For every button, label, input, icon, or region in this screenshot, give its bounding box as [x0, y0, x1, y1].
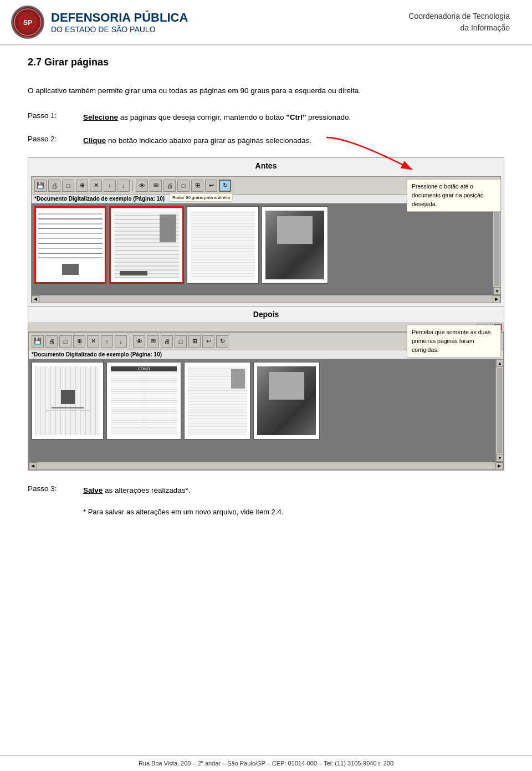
page4-detail [277, 216, 313, 244]
after-scroll-up[interactable]: ▲ [496, 359, 504, 367]
org-name-main: DEFENSORIA PÚBLICA [51, 11, 188, 25]
scroll-down-btn[interactable]: ▼ [493, 287, 501, 295]
step1-ctrl: "Ctrl" [286, 113, 306, 121]
after-scroll-left[interactable]: ◀ [29, 462, 37, 470]
scroll-thumb[interactable] [494, 212, 499, 286]
step3-action: Salve [83, 486, 103, 494]
page4-content [265, 211, 324, 279]
before-screenshot-container: Antes Pressione o botão até o documento … [28, 157, 504, 307]
after-page-thumb-3 [184, 362, 250, 440]
after-toolbar-del[interactable]: ✕ [87, 335, 99, 348]
after-screenshot-container: Depois Perceba que somente as duas prime… [28, 307, 504, 471]
dept-name: Coordenadoria de Tecnologia da Informaçã… [408, 11, 510, 34]
before-content-area [32, 203, 493, 295]
step3-note: * Para salvar as alterações em um novo a… [28, 508, 504, 516]
page1-lines [36, 208, 105, 282]
after-toolbar-save[interactable]: 💾 [32, 335, 44, 348]
after-toolbar-undo[interactable]: ↩ [202, 335, 214, 348]
after-toolbar-rotate[interactable]: ↻ [216, 335, 228, 348]
after-vscrollbar[interactable]: ▲ ▼ [495, 359, 503, 462]
toolbar-icon-new[interactable]: □ [62, 180, 74, 192]
toolbar-icon-zoom[interactable]: ⊕ [76, 180, 88, 192]
after-scroll-thumb[interactable] [497, 368, 502, 453]
toolbar-icon-undo[interactable]: ↩ [205, 180, 217, 192]
step3-label: Passo 3: [28, 484, 72, 493]
after-content-scroll: COMO [29, 359, 503, 462]
before-hscrollbar[interactable]: ◀ ▶ [32, 295, 500, 303]
before-content-scroll: ▲ ▼ [32, 203, 500, 295]
after-p1-icon [61, 390, 75, 404]
step1-action: Selecione [83, 113, 118, 121]
after-scroll-down[interactable]: ▼ [496, 454, 504, 462]
callout-after: Perceba que somente as duas primeiras pá… [407, 325, 501, 358]
after-page-thumb-2: COMO [106, 362, 181, 440]
after-page1-content [35, 366, 99, 435]
toolbar-icon-print2[interactable]: 🖨 [163, 180, 176, 192]
step3-content: Salve as alterações realizadas*. [83, 484, 504, 497]
page1-icon [62, 264, 79, 275]
intro-paragraph: O aplicativo também permite girar uma ou… [28, 85, 504, 98]
scroll-htrack[interactable] [39, 295, 493, 303]
after-hscrollbar[interactable]: ◀ ▶ [29, 462, 503, 469]
step1-text: as páginas que deseja corrigir, mantendo… [118, 113, 286, 121]
page-thumb-1 [34, 206, 106, 284]
after-scroll-htrack[interactable] [37, 462, 495, 469]
toolbar-icon-layout[interactable]: □ [177, 180, 190, 192]
toolbar-icon-delete[interactable]: ✕ [90, 180, 102, 192]
after-label: Depois [28, 307, 504, 322]
after-toolbar-mail[interactable]: ✉ [147, 335, 159, 348]
after-page2-content: COMO [111, 366, 177, 435]
page3-content [191, 211, 254, 279]
after-toolbar-grid[interactable]: ⊞ [188, 335, 201, 348]
step2-action: Clique [83, 136, 106, 145]
before-label: Antes [28, 158, 504, 173]
after-toolbar-new[interactable]: □ [59, 335, 71, 348]
after-toolbar-view[interactable]: 👁 [133, 335, 145, 348]
toolbar-sep1 [132, 180, 133, 191]
after-toolbar-zoom[interactable]: ⊕ [73, 335, 85, 348]
page2-detail [160, 215, 176, 242]
page-thumb-2 [109, 206, 184, 284]
svg-text:SP: SP [23, 19, 32, 27]
after-toolbar-sep [130, 336, 130, 347]
after-content-area: COMO [29, 359, 495, 462]
toolbar-icon-up[interactable]: ↑ [104, 180, 116, 192]
dept-line1: Coordenadoria de Tecnologia [408, 11, 510, 22]
after-window-wrapper: Perceba que somente as duas primeiras pá… [28, 322, 504, 470]
step1-end: pressionado. [306, 113, 351, 121]
toolbar-icon-save[interactable]: 💾 [34, 180, 47, 192]
before-window-wrapper: Pressione o botão até o documento girar … [28, 176, 504, 303]
after-toolbar-print2[interactable]: 🖨 [161, 335, 173, 348]
page-header: SP DEFENSORIA PÚBLICA DO ESTADO DE SÃO P… [0, 0, 532, 45]
page-thumb-3 [187, 206, 259, 284]
after-page-thumb-1 [32, 362, 104, 440]
toolbar-icon-print[interactable]: 🖨 [48, 180, 60, 192]
step2-text: no botão indicado abaixo para girar as p… [106, 136, 311, 145]
step1-block: Passo 1: Selecione as páginas que deseja… [28, 111, 504, 124]
scroll-right-btn[interactable]: ▶ [493, 295, 500, 303]
after-p2-header: COMO [111, 366, 177, 371]
step2-label: Passo 2: [28, 135, 72, 143]
after-toolbar-down[interactable]: ↓ [115, 335, 127, 348]
toolbar-icon-down[interactable]: ↓ [117, 180, 130, 192]
rotate-tooltip: Rodar 90 graus para a direita [170, 193, 233, 202]
before-vscrollbar[interactable]: ▲ ▼ [493, 203, 500, 295]
after-page-thumb-4 [253, 362, 320, 440]
toolbar-icon-rotate[interactable]: ↻ Rodar 90 graus para a direita [219, 180, 231, 192]
toolbar-icon-view[interactable]: 👁 [136, 180, 148, 192]
step2-block: Passo 2: Clique no botão indicado abaixo… [28, 135, 504, 147]
after-toolbar-print[interactable]: 🖨 [45, 335, 58, 348]
toolbar-icon-grid[interactable]: ⊞ [191, 180, 203, 192]
toolbar-icon-mail[interactable]: ✉ [150, 180, 162, 192]
scroll-left-btn[interactable]: ◀ [32, 295, 39, 303]
step2-content: Clique no botão indicado abaixo para gir… [83, 135, 504, 147]
step3-text: as alterações realizadas*. [103, 486, 190, 494]
after-scroll-right[interactable]: ▶ [495, 462, 503, 470]
after-page4-content [257, 366, 316, 435]
after-toolbar-layout[interactable]: □ [175, 335, 187, 348]
after-page3-content [188, 366, 247, 435]
after-toolbar-up[interactable]: ↑ [101, 335, 113, 348]
page-thumb-4 [262, 206, 328, 284]
step1-label: Passo 1: [28, 111, 72, 120]
step1-content: Selecione as páginas que deseja corrigir… [83, 111, 504, 124]
